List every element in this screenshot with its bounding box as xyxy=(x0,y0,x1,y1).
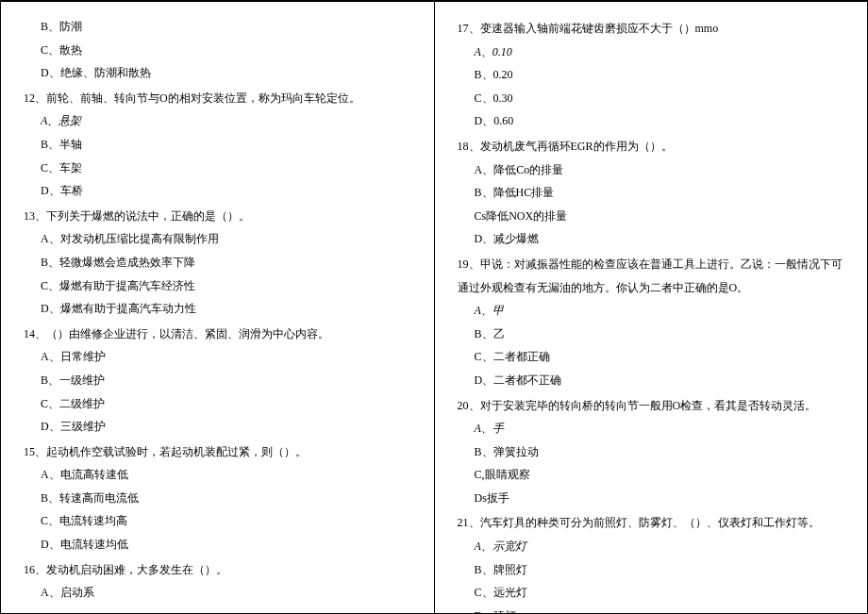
option: D、电流转速均低 xyxy=(41,533,411,556)
option: C、二者都正确 xyxy=(475,345,845,369)
option: C、爆燃有助于提高汽车经济性 xyxy=(41,274,411,298)
option: A、日常维护 xyxy=(41,345,411,369)
q14-options: A、日常维护 B、一级维护 C、二级维护 D、三级维护 xyxy=(24,345,411,438)
left-column: B、防潮 C、散热 D、绝缘、防潮和散热 12、前轮、前轴、转向节与O的相对安装… xyxy=(1,2,435,614)
q15-options: A、电流高转速低 B、转速高而电流低 C、电流转速均高 D、电流转速均低 xyxy=(24,463,411,556)
option: A、启动系 xyxy=(41,581,411,605)
option: D、顶灯 xyxy=(475,605,845,614)
option: B、弹簧拉动 xyxy=(475,440,845,464)
q18-options: A、降低Co的排量 B、降低HC排量 Cs降低NOX的排量 D、减少爆燃 xyxy=(458,158,845,251)
option: B、0.20 xyxy=(475,63,845,87)
option: D、0.60 xyxy=(475,109,845,133)
pre-options: B、防潮 C、散热 D、绝缘、防潮和散热 xyxy=(24,15,411,85)
option: Cs降低NOX的排量 xyxy=(475,205,845,228)
q17-options: A、0.10 B、0.20 C、0.30 D、0.60 xyxy=(458,41,845,133)
option: B、乙 xyxy=(475,323,845,346)
question-13: 13、下列关于爆燃的说法中，正确的是（）。 xyxy=(24,205,411,228)
option: A、示宽灯 xyxy=(475,535,845,558)
option: C、电流转速均高 xyxy=(41,509,411,533)
page-body: B、防潮 C、散热 D、绝缘、防潮和散热 12、前轮、前轴、转向节与O的相对安装… xyxy=(1,2,867,614)
q20-options: A、手 B、弹簧拉动 C,眼睛观察 Ds扳手 xyxy=(458,417,845,509)
option: A、降低Co的排量 xyxy=(475,158,845,182)
option: D、二者都不正确 xyxy=(475,369,845,392)
q12-options: A、悬架 B、半轴 C、车架 D、车桥 xyxy=(24,109,411,202)
question-15: 15、起动机作空载试验时，若起动机装配过紧，则（）。 xyxy=(24,440,411,464)
question-14: 14、（）由维修企业进行，以清洁、紧固、润滑为中心内容。 xyxy=(24,323,411,346)
q19-options: A、甲 B、乙 C、二者都正确 D、二者都不正确 xyxy=(458,299,845,391)
q16-options: A、启动系 xyxy=(24,581,411,605)
question-20: 20、对于安装完毕的转向桥的转向节一般用O检查，看其是否转动灵活。 xyxy=(458,394,845,418)
option: C、远光灯 xyxy=(475,581,845,605)
option: B、防潮 xyxy=(41,15,411,39)
option: A、0.10 xyxy=(475,41,845,64)
option: Ds扳手 xyxy=(475,487,845,510)
q21-options: A、示宽灯 B、牌照灯 C、远光灯 D、顶灯 xyxy=(458,535,845,614)
option: C,眼睛观察 xyxy=(475,463,845,487)
option: B、轻微爆燃会造成热效率下降 xyxy=(41,251,411,274)
option: B、转速高而电流低 xyxy=(41,487,411,510)
option: B、牌照灯 xyxy=(475,558,845,582)
option: A、甲 xyxy=(475,299,845,323)
option: B、一级维护 xyxy=(41,369,411,392)
question-18: 18、发动机废气再循环EGR的作用为（）。 xyxy=(458,135,845,158)
q13-options: A、对发动机压缩比提高有限制作用 B、轻微爆燃会造成热效率下降 C、爆燃有助于提… xyxy=(24,227,411,320)
option: C、散热 xyxy=(41,39,411,62)
question-16: 16、发动机启动困难，大多发生在（）。 xyxy=(24,558,411,582)
option: B、降低HC排量 xyxy=(475,181,845,205)
question-12: 12、前轮、前轴、转向节与O的相对安装位置，称为玛向车轮定位。 xyxy=(24,87,411,110)
option: D、减少爆燃 xyxy=(475,227,845,251)
option: A、手 xyxy=(475,417,845,440)
option: D、爆燃有助于提高汽车动力性 xyxy=(41,297,411,321)
option: D、车桥 xyxy=(41,179,411,203)
question-19: 19、甲说：对减振器性能的检查应该在普通工具上进行。乙说：一般情况下可通过外观检… xyxy=(458,253,845,299)
option: C、车架 xyxy=(41,157,411,180)
right-column: 17、变速器输入轴前端花键齿磨损应不大于（）mmo A、0.10 B、0.20 … xyxy=(435,2,868,614)
option: B、半轴 xyxy=(41,133,411,157)
option: D、绝缘、防潮和散热 xyxy=(41,61,411,85)
option: C、二级维护 xyxy=(41,392,411,416)
question-17: 17、变速器输入轴前端花键齿磨损应不大于（）mmo xyxy=(458,17,845,41)
option: A、悬架 xyxy=(41,109,411,133)
option: D、三级维护 xyxy=(41,415,411,439)
question-21: 21、汽车灯具的种类可分为前照灯、防雾灯、（）、仪表灯和工作灯等。 xyxy=(458,511,845,535)
option: A、对发动机压缩比提高有限制作用 xyxy=(41,227,411,251)
option: C、0.30 xyxy=(475,87,845,110)
option: A、电流高转速低 xyxy=(41,463,411,487)
page-frame: B、防潮 C、散热 D、绝缘、防潮和散热 12、前轮、前轴、转向节与O的相对安装… xyxy=(0,0,868,614)
